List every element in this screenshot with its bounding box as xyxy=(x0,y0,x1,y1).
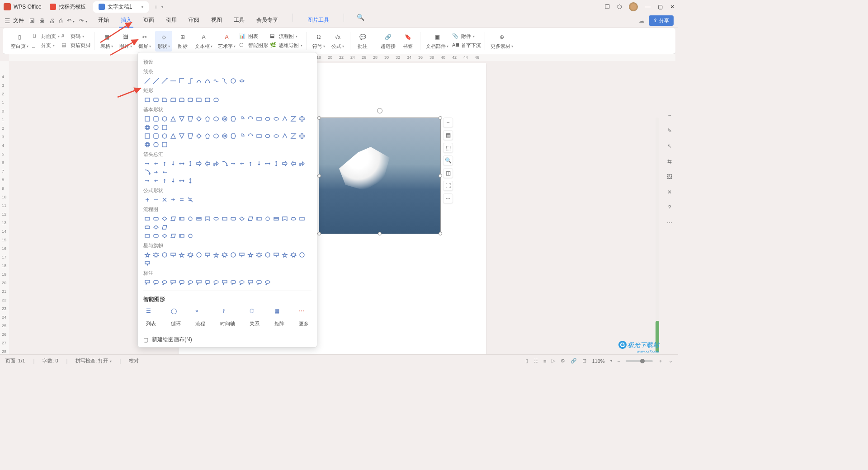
shape-option[interactable] xyxy=(143,223,151,231)
smart-process[interactable]: »流程 xyxy=(195,308,205,327)
shape-option[interactable] xyxy=(152,115,160,122)
shape-option[interactable] xyxy=(238,132,245,140)
shape-option[interactable] xyxy=(169,232,177,240)
shape-option[interactable] xyxy=(195,278,203,286)
page-num-button[interactable]: #页码▾ xyxy=(61,33,90,40)
shape-option[interactable] xyxy=(272,115,280,122)
shape-option[interactable] xyxy=(203,77,211,85)
zoom-slider[interactable] xyxy=(626,360,653,362)
shape-option[interactable] xyxy=(186,115,194,122)
shape-option[interactable] xyxy=(255,132,263,140)
shape-option[interactable] xyxy=(229,77,237,85)
shape-option[interactable] xyxy=(221,215,228,222)
shape-option[interactable] xyxy=(186,278,194,286)
shape-option[interactable] xyxy=(238,115,245,122)
shape-option[interactable] xyxy=(160,232,168,240)
shape-option[interactable] xyxy=(143,160,151,167)
shape-option[interactable] xyxy=(238,278,245,286)
zoom-button[interactable]: 🔍 xyxy=(443,155,453,165)
shape-option[interactable] xyxy=(298,132,306,140)
shape-option[interactable] xyxy=(178,115,185,122)
shape-option[interactable] xyxy=(169,115,177,122)
shape-option[interactable] xyxy=(160,168,168,176)
view-outline-icon[interactable]: ☷ xyxy=(533,358,538,364)
shape-option[interactable] xyxy=(186,177,194,184)
more-material-button[interactable]: ⊕更多素材▾ xyxy=(489,31,515,52)
tab-start[interactable]: 开始 xyxy=(96,14,111,28)
shape-option[interactable] xyxy=(255,115,263,122)
shape-option[interactable] xyxy=(152,132,160,140)
smart-cycle[interactable]: ◯循环 xyxy=(171,308,181,327)
shape-option[interactable] xyxy=(203,160,211,167)
shape-option[interactable] xyxy=(221,251,228,258)
file-menu[interactable]: 文件 xyxy=(13,17,24,24)
shape-option[interactable] xyxy=(143,77,151,85)
shape-option[interactable] xyxy=(160,278,168,286)
flowchart-button[interactable]: ⬓流程图▾ xyxy=(270,33,302,40)
avatar[interactable] xyxy=(629,2,638,11)
wordart-button[interactable]: A艺术字▾ xyxy=(216,31,237,52)
shape-option[interactable] xyxy=(178,251,185,258)
shape-option[interactable] xyxy=(152,223,160,231)
shape-option[interactable] xyxy=(169,177,177,184)
undo-icon[interactable]: ↶ ▾ xyxy=(67,18,75,24)
shape-option[interactable] xyxy=(289,115,297,122)
shape-option[interactable] xyxy=(160,132,168,140)
link-icon[interactable]: 🔗 xyxy=(571,358,577,364)
smart-list[interactable]: ☰列表 xyxy=(146,308,156,327)
shape-option[interactable] xyxy=(178,77,185,85)
resize-handle[interactable] xyxy=(317,174,321,178)
aspect-button[interactable]: ◫ xyxy=(443,168,453,178)
shape-option[interactable] xyxy=(264,251,271,258)
shape-option[interactable] xyxy=(169,215,177,222)
shape-option[interactable] xyxy=(152,232,160,240)
shape-option[interactable] xyxy=(169,160,177,167)
minimize-icon[interactable]: — xyxy=(645,4,651,10)
shape-option[interactable] xyxy=(152,177,160,184)
shape-option[interactable] xyxy=(238,160,245,167)
shape-option[interactable] xyxy=(238,215,245,222)
hamburger-icon[interactable]: ☰ xyxy=(5,17,10,24)
shape-option[interactable] xyxy=(195,96,203,103)
shape-option[interactable] xyxy=(203,251,211,258)
help-icon[interactable]: ? xyxy=(665,203,674,212)
header-footer-button[interactable]: ▤页眉页脚 xyxy=(61,42,90,49)
shape-option[interactable] xyxy=(178,196,185,203)
shape-option[interactable] xyxy=(178,96,185,103)
shape-option[interactable] xyxy=(238,77,245,85)
shape-option[interactable] xyxy=(152,251,160,258)
shape-option[interactable] xyxy=(178,232,185,240)
shape-option[interactable] xyxy=(152,278,160,286)
shape-option[interactable] xyxy=(212,132,220,140)
shape-option[interactable] xyxy=(186,215,194,222)
textbox-button[interactable]: A文本框▾ xyxy=(193,31,214,52)
zoom-in-button[interactable]: ＋ xyxy=(658,357,663,364)
shape-option[interactable] xyxy=(169,278,177,286)
tab-document[interactable]: 文字文稿1 • xyxy=(93,1,149,13)
shape-option[interactable] xyxy=(221,132,228,140)
shape-option[interactable] xyxy=(289,132,297,140)
pencil-icon[interactable]: ✎ xyxy=(665,126,674,135)
shape-option[interactable] xyxy=(203,215,211,222)
smart-relation[interactable]: ⬡关系 xyxy=(250,308,259,327)
shape-option[interactable] xyxy=(212,278,220,286)
shape-option[interactable] xyxy=(143,177,151,184)
cover-button[interactable]: 🗋封面页▾ xyxy=(32,33,60,40)
hyperlink-button[interactable]: 🔗超链接 xyxy=(379,31,397,52)
tab-page[interactable]: 页面 xyxy=(142,14,156,28)
shape-option[interactable] xyxy=(229,160,237,167)
shape-option[interactable] xyxy=(195,115,203,122)
shape-option[interactable] xyxy=(169,132,177,140)
shape-option[interactable] xyxy=(160,177,168,184)
shape-option[interactable] xyxy=(272,251,280,258)
shape-option[interactable] xyxy=(186,232,194,240)
settings-icon[interactable]: ⚙ xyxy=(561,358,565,364)
shape-option[interactable] xyxy=(143,115,151,122)
shape-option[interactable] xyxy=(152,123,160,131)
more-button[interactable]: ⋯ xyxy=(443,193,453,203)
shape-option[interactable] xyxy=(143,168,151,176)
copy-icon[interactable]: ⎙ xyxy=(59,18,62,24)
zoom-out-icon[interactable]: − xyxy=(665,111,674,120)
shape-option[interactable] xyxy=(246,132,254,140)
shape-option[interactable] xyxy=(186,196,194,203)
